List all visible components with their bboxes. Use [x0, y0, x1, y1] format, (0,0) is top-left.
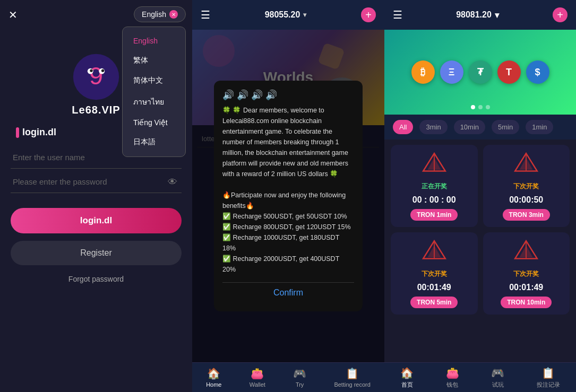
tether-coin: ₮: [469, 60, 492, 84]
footer-wallet[interactable]: 👛 Wallet: [250, 367, 265, 388]
right-footer-try[interactable]: 🎮 试玩: [491, 367, 504, 389]
language-button[interactable]: English ✕: [134, 6, 186, 22]
tab-all[interactable]: All: [393, 120, 413, 134]
right-home-label: 首页: [401, 381, 413, 389]
footer-wallet-label: Wallet: [250, 381, 265, 388]
eye-icon[interactable]: 👁: [168, 177, 177, 188]
right-try-label: 试玩: [492, 381, 504, 389]
right-footer-home[interactable]: 🏠 首页: [400, 367, 414, 389]
tron-5min-card[interactable]: 下次开奖 00:01:49 TRON 5min: [391, 232, 478, 315]
middle-panel: ☰ 98055.20 ▾ + Worlds lottery 10922 🔊 🔊 …: [192, 0, 384, 392]
tab-1min[interactable]: 1min: [526, 120, 553, 134]
tron-5min-status: 下次开奖: [422, 269, 447, 278]
tron-10min-timer: 00:01:49: [509, 283, 543, 292]
lang-option-thai[interactable]: ภาษาไทย: [123, 91, 185, 113]
tron-5min-label: TRON 5min: [410, 297, 458, 308]
tron-5min-timer: 00:01:49: [417, 283, 451, 292]
tab-10min[interactable]: 10min: [454, 120, 485, 134]
right-add-balance-button[interactable]: +: [553, 7, 568, 22]
right-try-icon: 🎮: [491, 367, 504, 379]
modal-text: 🍀 🍀 Dear members, welcome to Lelecai888.…: [222, 105, 354, 275]
svg-point-5: [101, 69, 104, 72]
footer-betting[interactable]: 📋 Betting record: [334, 367, 370, 388]
right-footer-wallet[interactable]: 👛 钱包: [446, 367, 459, 389]
modal-confirm-button[interactable]: Confirm: [222, 282, 354, 303]
language-dropdown: English 繁体 简体中文 ภาษาไทย Tiếng Việt 日本語: [122, 27, 186, 157]
tab-3min[interactable]: 3min: [419, 120, 447, 134]
right-footer-betting[interactable]: 📋 投注记录: [537, 367, 560, 389]
right-home-icon: 🏠: [400, 367, 414, 379]
lang-close-icon: ✕: [169, 10, 178, 19]
lang-option-traditional[interactable]: 繁体: [123, 50, 185, 71]
home-icon: 🏠: [207, 367, 220, 380]
register-button[interactable]: Register: [11, 241, 182, 265]
add-balance-button[interactable]: +: [361, 7, 376, 22]
tron-1min-status: 正在开奖: [422, 182, 447, 191]
lang-option-japanese[interactable]: 日本語: [123, 132, 185, 152]
forgot-password-button[interactable]: Forgot password: [68, 275, 124, 283]
try-icon: 🎮: [293, 367, 306, 380]
right-betting-label: 投注记录: [537, 381, 560, 389]
login-title-row: login.dl: [11, 127, 56, 138]
modal-icons: 🔊 🔊 🔊 🔊: [222, 89, 354, 101]
tron-3min-card[interactable]: 下次开奖 00:00:50 TRON 3min: [483, 145, 570, 227]
hamburger-button[interactable]: ☰: [201, 8, 210, 21]
crypto-banner: ₿ Ξ ₮ T $: [384, 30, 576, 115]
logo-text: Le68.VIP: [72, 104, 120, 116]
modal-overlay[interactable]: 🔊 🔊 🔊 🔊 🍀 🍀 Dear members, welcome to Lel…: [192, 30, 384, 362]
usdc-coin: $: [526, 60, 549, 84]
dot-active: [471, 105, 475, 109]
footer-home[interactable]: 🏠 Home: [206, 367, 221, 388]
banner-dots: [471, 105, 490, 109]
middle-footer: 🏠 Home 👛 Wallet 🎮 Try 📋 Betting record: [192, 362, 384, 392]
svg-text:9: 9: [89, 62, 103, 90]
balance-value: 98055.20: [265, 10, 300, 20]
tron-1min-label: TRON 1min: [410, 209, 458, 221]
footer-home-label: Home: [206, 381, 221, 388]
password-wrapper: 👁: [11, 171, 182, 193]
right-betting-icon: 📋: [541, 367, 555, 379]
login-button[interactable]: login.dl: [11, 208, 182, 233]
tab-5min[interactable]: 5min: [492, 120, 519, 134]
bitcoin-coin: ₿: [411, 60, 435, 84]
right-hamburger-button[interactable]: ☰: [393, 8, 402, 21]
balance-arrow: ▾: [303, 11, 306, 19]
lang-option-simplified[interactable]: 简体中文: [123, 71, 185, 91]
footer-try-label: Try: [296, 381, 304, 388]
lottery-grid: 正在开奖 00 : 00 : 00 TRON 1min 下次开奖 00:00:5…: [384, 140, 576, 320]
tron-1min-card[interactable]: 正在开奖 00 : 00 : 00 TRON 1min: [391, 145, 478, 227]
tron-3min-label: TRON 3min: [503, 209, 550, 221]
modal-box: 🔊 🔊 🔊 🔊 🍀 🍀 Dear members, welcome to Lel…: [214, 81, 363, 311]
right-balance-value: 98081.20: [456, 10, 492, 20]
tabs-row: All 3min 10min 5min 1min: [384, 115, 576, 140]
login-dot: [16, 127, 19, 138]
lang-option-english[interactable]: English: [123, 31, 185, 50]
tron-3min-status: 下次开奖: [513, 182, 539, 191]
footer-betting-label: Betting record: [334, 381, 370, 388]
logo-icon: 9: [72, 53, 120, 101]
login-panel: ✕ English ✕ English 繁体 简体中文 ภาษาไทย Tiến…: [0, 0, 192, 392]
right-balance[interactable]: 98081.20 ▾: [456, 10, 499, 20]
tron-10min-card[interactable]: 下次开奖 00:01:49 TRON 10min: [483, 232, 570, 315]
right-panel: ☰ 98081.20 ▾ + ₿ Ξ ₮ T $ All 3min 10min …: [384, 0, 576, 392]
close-button[interactable]: ✕: [8, 8, 18, 21]
right-wallet-icon: 👛: [446, 367, 459, 379]
dot-2: [486, 105, 490, 109]
tron-coin: T: [497, 60, 521, 84]
balance-area[interactable]: 98055.20 ▾: [265, 10, 307, 20]
ethereum-coin: Ξ: [440, 60, 463, 84]
tron-3min-timer: 00:00:50: [509, 195, 543, 205]
footer-try[interactable]: 🎮 Try: [293, 367, 306, 388]
tron-1min-timer: 00 : 00 : 00: [412, 195, 456, 205]
right-balance-arrow: ▾: [495, 10, 499, 20]
tron-1min-logo: [421, 151, 448, 178]
dot-1: [478, 105, 483, 109]
logo-area: 9 Le68.VIP: [72, 53, 120, 116]
tron-10min-logo: [513, 239, 539, 265]
tron-5min-logo: [421, 239, 448, 265]
svg-point-4: [90, 69, 92, 72]
lang-option-vietnamese[interactable]: Tiếng Việt: [123, 113, 185, 132]
right-header: ☰ 98081.20 ▾ +: [384, 0, 576, 30]
password-input[interactable]: [11, 171, 182, 193]
tron-3min-logo: [513, 151, 539, 178]
